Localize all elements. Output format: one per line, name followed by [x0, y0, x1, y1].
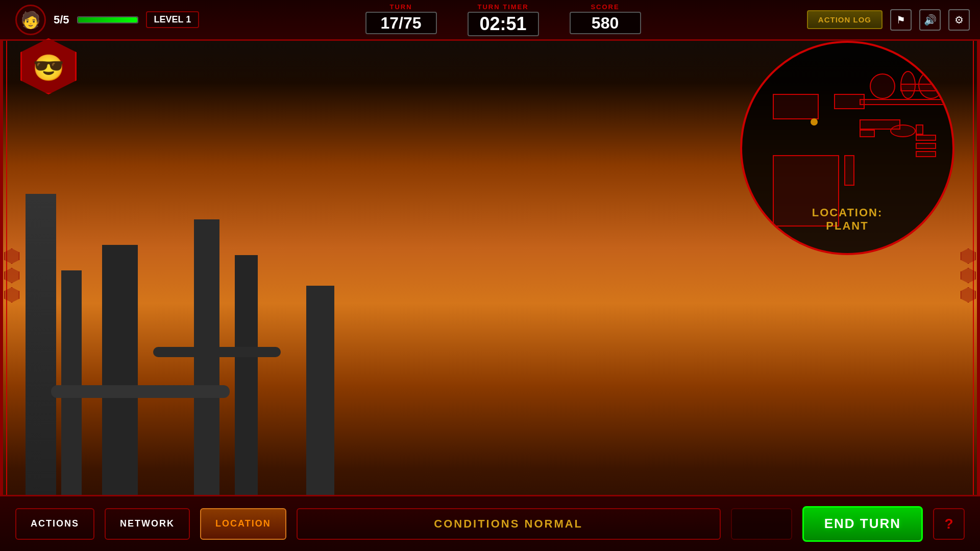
player-avatar-hex: 😎: [20, 38, 77, 94]
factory-tower-6: [306, 286, 334, 500]
right-controls: ACTION LOG ⚑ 🔊 ⚙: [807, 9, 970, 31]
factory-pipe-1: [51, 385, 230, 398]
map-item-rect-6: [916, 151, 936, 157]
hex-deco: [4, 287, 19, 303]
location-label: LOCATION: PLANT: [796, 206, 898, 233]
timer-stat: TURN TIMER 02:51: [468, 3, 539, 36]
sound-button[interactable]: 🔊: [919, 9, 941, 31]
right-decoration: [961, 248, 976, 303]
settings-button[interactable]: ⚙: [948, 9, 970, 31]
question-mark-icon: ?: [944, 516, 953, 532]
map-item-line-2: [860, 99, 946, 105]
hex-deco: [961, 248, 976, 264]
network-button[interactable]: NETWORK: [105, 508, 190, 540]
map-item-rect-2: [860, 130, 875, 137]
turn-label: TURN: [390, 3, 412, 11]
map-item-line-1: [900, 84, 941, 91]
score-value: 580: [570, 12, 641, 34]
score-stat: SCORE 580: [570, 3, 641, 36]
map-item-rect-4: [916, 135, 936, 141]
hex-deco: [961, 268, 976, 283]
hp-display: 5/5: [54, 13, 69, 27]
small-avatar: 🧑: [15, 5, 46, 35]
hex-deco: [4, 248, 19, 264]
bottom-bar: ACTIONS NETWORK LOCATION CONDITIONS NORM…: [0, 495, 980, 551]
hex-deco: [961, 287, 976, 303]
empty-slot: [731, 508, 792, 540]
map-item-rect-3: [916, 124, 923, 135]
flag-button[interactable]: ⚑: [890, 9, 912, 31]
hp-bar-fill: [78, 17, 137, 22]
map-item-circle-1: [870, 73, 895, 99]
score-label: SCORE: [591, 3, 619, 11]
turn-stat: TURN 17/75: [365, 3, 437, 36]
actions-button[interactable]: ACTIONS: [15, 508, 94, 540]
minimap-container: LOCATION: PLANT: [740, 41, 954, 255]
flag-icon: ⚑: [896, 14, 905, 26]
level-badge: LEVEL 1: [146, 11, 200, 28]
top-bar: 🧑 5/5 LEVEL 1 TURN 17/75 TURN TIMER 02:5…: [0, 0, 980, 41]
status-display: CONDITIONS NORMAL: [297, 508, 721, 540]
hp-section: 5/5: [54, 13, 69, 27]
minimap-circle: LOCATION: PLANT: [740, 41, 954, 255]
action-log-button[interactable]: ACTION LOG: [807, 10, 883, 29]
factory-tower-5: [235, 255, 258, 500]
hex-frame: 😎: [20, 38, 77, 94]
help-button[interactable]: ?: [933, 508, 965, 540]
map-item-vert-1: [844, 155, 854, 186]
center-stats: TURN 17/75 TURN TIMER 02:51 SCORE 580: [199, 3, 807, 36]
hp-bar-container: [77, 16, 138, 23]
player-map-dot: [811, 118, 818, 126]
map-item-rect-5: [916, 143, 936, 149]
hex-deco: [4, 268, 19, 283]
player-avatar-icon: 😎: [33, 53, 64, 83]
map-item-1: [773, 94, 819, 119]
timer-value: 02:51: [468, 12, 539, 36]
turn-value: 17/75: [365, 12, 437, 34]
factory-pipe-2: [153, 347, 281, 357]
timer-label: TURN TIMER: [477, 3, 528, 11]
factory-tower-4: [194, 219, 219, 500]
end-turn-button[interactable]: END TURN: [802, 506, 923, 542]
gear-icon: ⚙: [954, 14, 964, 26]
player-info-section: 🧑 5/5 LEVEL 1: [15, 5, 199, 35]
left-decoration: [4, 248, 19, 303]
location-button[interactable]: LOCATION: [200, 508, 286, 540]
sound-icon: 🔊: [924, 14, 937, 26]
factory-tower-3: [102, 245, 138, 500]
status-text: CONDITIONS NORMAL: [434, 517, 583, 531]
avatar-emoji: 🧑: [20, 10, 41, 30]
factory-tower-1: [26, 194, 56, 500]
map-item-oval-1: [890, 124, 916, 137]
